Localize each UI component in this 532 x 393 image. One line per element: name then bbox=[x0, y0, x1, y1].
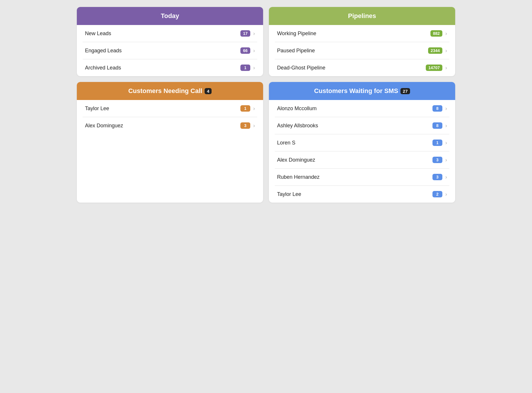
chevron-icon[interactable]: › bbox=[445, 31, 447, 37]
list-item[interactable]: Working Pipeline882› bbox=[275, 25, 449, 42]
pipelines-body: Working Pipeline882›Paused Pipeline2344›… bbox=[269, 25, 455, 76]
item-badge: 14707 bbox=[426, 65, 442, 71]
chevron-icon[interactable]: › bbox=[445, 65, 447, 71]
item-badge: 17 bbox=[240, 30, 250, 37]
item-badge: 2344 bbox=[428, 47, 442, 54]
chevron-icon[interactable]: › bbox=[253, 123, 255, 129]
today-card: Today New Leads17›Engaged Leads66›Archiv… bbox=[77, 7, 263, 76]
list-item[interactable]: Ruben Hernandez3› bbox=[275, 169, 449, 186]
chevron-icon[interactable]: › bbox=[445, 48, 447, 54]
list-item[interactable]: Taylor Lee2› bbox=[275, 186, 449, 203]
sms-header: Customers Waiting for SMS 27 bbox=[269, 82, 455, 100]
chevron-icon[interactable]: › bbox=[445, 123, 447, 129]
item-badge: 3 bbox=[432, 157, 442, 163]
list-item[interactable]: Alonzo Mccollum8› bbox=[275, 100, 449, 117]
item-label: Taylor Lee bbox=[85, 106, 109, 112]
chevron-icon[interactable]: › bbox=[445, 157, 447, 163]
item-label: Ruben Hernandez bbox=[277, 174, 320, 180]
item-badge: 8 bbox=[432, 105, 442, 112]
item-label: Taylor Lee bbox=[277, 191, 301, 197]
list-item[interactable]: Engaged Leads66› bbox=[83, 42, 257, 59]
item-label: Dead-Ghost Pipeline bbox=[277, 65, 325, 71]
calls-count-badge: 4 bbox=[205, 88, 212, 94]
list-item[interactable]: Loren S1› bbox=[275, 134, 449, 151]
item-label: Working Pipeline bbox=[277, 31, 316, 37]
item-label: Loren S bbox=[277, 140, 295, 146]
list-item[interactable]: Ashley Allsbrooks8› bbox=[275, 117, 449, 134]
chevron-icon[interactable]: › bbox=[445, 140, 447, 146]
list-item[interactable]: Alex Dominguez3› bbox=[275, 151, 449, 169]
sms-card: Customers Waiting for SMS 27 Alonzo Mcco… bbox=[269, 82, 455, 203]
item-badge: 1 bbox=[240, 65, 250, 71]
today-body: New Leads17›Engaged Leads66›Archived Lea… bbox=[77, 25, 263, 76]
calls-title: Customers Needing Call bbox=[128, 87, 202, 95]
calls-header: Customers Needing Call 4 bbox=[77, 82, 263, 100]
item-badge: 882 bbox=[430, 30, 442, 37]
chevron-icon[interactable]: › bbox=[253, 65, 255, 71]
calls-card: Customers Needing Call 4 Taylor Lee1›Ale… bbox=[77, 82, 263, 203]
item-badge: 3 bbox=[240, 122, 250, 129]
item-label: Alex Dominguez bbox=[85, 123, 123, 129]
chevron-icon[interactable]: › bbox=[253, 106, 255, 112]
item-badge: 66 bbox=[240, 47, 250, 54]
item-badge: 1 bbox=[240, 105, 250, 112]
sms-body: Alonzo Mccollum8›Ashley Allsbrooks8›Lore… bbox=[269, 100, 455, 203]
item-label: New Leads bbox=[85, 31, 111, 37]
main-grid: Today New Leads17›Engaged Leads66›Archiv… bbox=[77, 7, 455, 203]
list-item[interactable]: Alex Dominguez3› bbox=[83, 117, 257, 134]
item-label: Alonzo Mccollum bbox=[277, 106, 317, 112]
chevron-icon[interactable]: › bbox=[253, 31, 255, 37]
sms-title: Customers Waiting for SMS bbox=[314, 87, 398, 95]
sms-count-badge: 27 bbox=[400, 88, 410, 94]
pipelines-title: Pipelines bbox=[348, 12, 376, 19]
item-label: Ashley Allsbrooks bbox=[277, 123, 318, 129]
list-item[interactable]: Taylor Lee1› bbox=[83, 100, 257, 117]
today-title: Today bbox=[161, 12, 179, 19]
list-item[interactable]: New Leads17› bbox=[83, 25, 257, 42]
list-item[interactable]: Paused Pipeline2344› bbox=[275, 42, 449, 59]
item-badge: 3 bbox=[432, 174, 442, 180]
list-item[interactable]: Dead-Ghost Pipeline14707› bbox=[275, 59, 449, 76]
chevron-icon[interactable]: › bbox=[445, 191, 447, 197]
item-label: Engaged Leads bbox=[85, 48, 122, 54]
item-badge: 1 bbox=[432, 140, 442, 146]
item-badge: 8 bbox=[432, 122, 442, 129]
chevron-icon[interactable]: › bbox=[253, 48, 255, 54]
pipelines-header: Pipelines bbox=[269, 7, 455, 25]
calls-body: Taylor Lee1›Alex Dominguez3› bbox=[77, 100, 263, 134]
item-label: Paused Pipeline bbox=[277, 48, 315, 54]
item-label: Alex Dominguez bbox=[277, 157, 315, 163]
item-badge: 2 bbox=[432, 191, 442, 197]
chevron-icon[interactable]: › bbox=[445, 106, 447, 112]
today-header: Today bbox=[77, 7, 263, 25]
pipelines-card: Pipelines Working Pipeline882›Paused Pip… bbox=[269, 7, 455, 76]
chevron-icon[interactable]: › bbox=[445, 174, 447, 180]
list-item[interactable]: Archived Leads1› bbox=[83, 59, 257, 76]
item-label: Archived Leads bbox=[85, 65, 121, 71]
